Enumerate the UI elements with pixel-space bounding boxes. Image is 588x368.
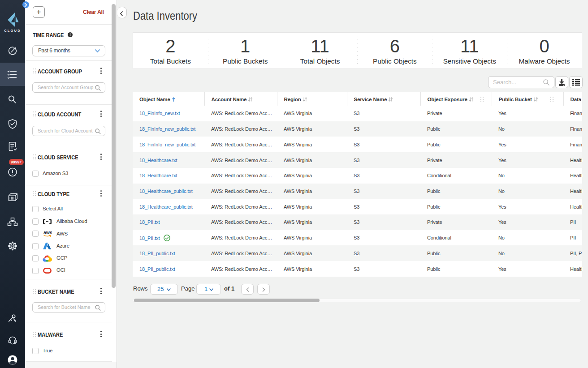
svg-text:aws: aws xyxy=(43,230,52,235)
